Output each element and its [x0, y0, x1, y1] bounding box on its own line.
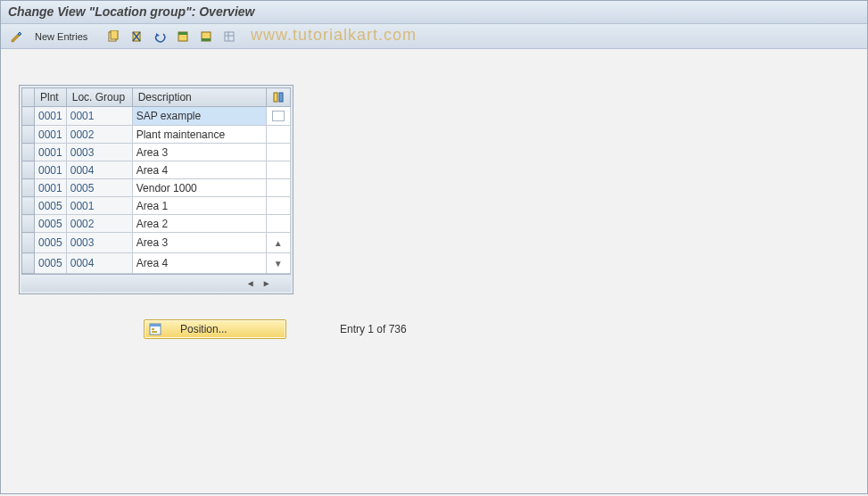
column-chooser-button[interactable]	[266, 88, 290, 107]
deselect-all-icon	[200, 30, 212, 43]
scroll-down-button[interactable]: ▼	[270, 255, 286, 271]
svg-rect-15	[150, 324, 161, 327]
select-all-rows-checkbox[interactable]	[272, 111, 285, 121]
scroll-track[interactable]	[266, 197, 290, 215]
cell-plnt[interactable]: 0005	[35, 197, 67, 215]
svg-rect-6	[178, 32, 187, 35]
col-plnt[interactable]: Plnt	[35, 88, 67, 107]
column-chooser-icon	[272, 91, 285, 103]
svg-rect-13	[279, 93, 283, 102]
cell-description[interactable]: Area 3	[132, 233, 266, 253]
scroll-track[interactable]	[266, 161, 290, 179]
cell-description[interactable]: Area 2	[132, 215, 266, 233]
cell-plnt[interactable]: 0001	[35, 161, 67, 179]
table-row: 00010003Area 3	[22, 144, 291, 161]
cell-locgroup[interactable]: 0003	[66, 233, 132, 253]
col-locgroup[interactable]: Loc. Group	[66, 88, 132, 107]
cell-locgroup[interactable]: 0005	[66, 179, 132, 197]
position-button[interactable]: Position...	[144, 319, 286, 339]
content-area: Plnt Loc. Group Description 00010001SAP …	[1, 49, 867, 339]
table-row: 00050004Area 4▼	[22, 253, 291, 274]
scroll-track[interactable]	[266, 107, 290, 126]
config-button[interactable]	[219, 28, 239, 45]
select-all-button[interactable]	[173, 28, 193, 45]
new-entries-label: New Entries	[35, 31, 87, 42]
table-row: 00010002Plant maintenance	[22, 126, 291, 144]
cell-plnt[interactable]: 0001	[35, 107, 67, 126]
new-entries-button[interactable]: New Entries	[29, 28, 93, 45]
cell-locgroup[interactable]: 0004	[66, 253, 132, 274]
svg-rect-17	[152, 331, 157, 333]
cell-locgroup[interactable]: 0002	[66, 215, 132, 233]
page-title: Change View "Location group": Overview	[1, 1, 867, 24]
grid-horizontal-scroll: ◄ ►	[21, 274, 291, 292]
position-button-label: Position...	[180, 323, 227, 335]
position-icon	[148, 322, 162, 336]
scroll-left-button[interactable]: ◄	[244, 277, 257, 290]
table-row: 00050001Area 1	[22, 197, 291, 215]
delete-button[interactable]	[127, 28, 146, 45]
select-all-icon	[177, 30, 189, 43]
cell-plnt[interactable]: 0001	[35, 126, 67, 144]
scroll-track[interactable]	[266, 126, 290, 144]
app-window: Change View "Location group": Overview N…	[0, 0, 868, 494]
cell-locgroup[interactable]: 0001	[66, 197, 132, 215]
cell-plnt[interactable]: 0001	[35, 179, 67, 197]
cell-description[interactable]: Area 3	[132, 144, 266, 161]
cell-plnt[interactable]: 0005	[35, 215, 67, 233]
undo-icon	[153, 30, 166, 43]
cell-description[interactable]: Plant maintenance	[132, 126, 266, 144]
row-selector[interactable]	[22, 215, 35, 233]
cell-description[interactable]: Area 4	[132, 253, 266, 274]
table-row: 00050002Area 2	[22, 215, 291, 233]
lower-bar: Position... Entry 1 of 736	[19, 319, 867, 339]
undo-button[interactable]	[150, 28, 169, 45]
row-selector[interactable]	[22, 126, 35, 144]
scroll-right-button[interactable]: ►	[260, 277, 273, 290]
scroll-up-button[interactable]: ▲	[270, 235, 286, 251]
toggle-edit-button[interactable]	[6, 28, 26, 45]
cell-locgroup[interactable]: 0002	[66, 126, 132, 144]
deselect-all-button[interactable]	[196, 28, 216, 45]
table-row: 00050003Area 3▲	[22, 233, 291, 253]
svg-rect-12	[274, 93, 277, 102]
data-grid: Plnt Loc. Group Description 00010001SAP …	[19, 85, 293, 294]
table-row: 00010005Vendor 1000	[22, 179, 291, 197]
svg-rect-1	[111, 30, 118, 39]
toolbar: New Entries www.tutorialkart.com	[1, 24, 867, 49]
copy-icon	[107, 30, 120, 43]
cell-description[interactable]: Area 1	[132, 197, 266, 215]
col-description[interactable]: Description	[132, 88, 266, 107]
svg-rect-16	[152, 328, 154, 330]
cell-locgroup[interactable]: 0004	[66, 161, 132, 179]
copy-button[interactable]	[103, 28, 123, 45]
watermark-text: www.tutorialkart.com	[251, 26, 417, 45]
cell-locgroup[interactable]: 0001	[66, 107, 132, 126]
svg-rect-9	[225, 32, 234, 41]
cell-description[interactable]: SAP example	[132, 107, 266, 126]
row-selector-header[interactable]	[22, 88, 35, 107]
scroll-track[interactable]: ▲	[266, 233, 290, 253]
cell-description[interactable]: Area 4	[132, 161, 266, 179]
row-selector[interactable]	[22, 179, 35, 197]
cell-locgroup[interactable]: 0003	[66, 144, 132, 161]
delete-icon	[130, 30, 143, 43]
row-selector[interactable]	[22, 253, 35, 274]
table-row: 00010004Area 4	[22, 161, 291, 179]
row-selector[interactable]	[22, 107, 35, 126]
cell-plnt[interactable]: 0001	[35, 144, 67, 161]
scroll-track[interactable]: ▼	[266, 253, 290, 274]
scroll-track[interactable]	[266, 179, 290, 197]
scroll-track[interactable]	[266, 144, 290, 161]
cell-plnt[interactable]: 0005	[35, 233, 67, 253]
table-row: 00010001SAP example	[22, 107, 291, 126]
table-config-icon	[223, 30, 236, 43]
svg-rect-8	[202, 38, 211, 41]
cell-plnt[interactable]: 0005	[35, 253, 67, 274]
scroll-track[interactable]	[266, 215, 290, 233]
row-selector[interactable]	[22, 197, 35, 215]
row-selector[interactable]	[22, 144, 35, 161]
row-selector[interactable]	[22, 161, 35, 179]
row-selector[interactable]	[22, 233, 35, 253]
cell-description[interactable]: Vendor 1000	[132, 179, 266, 197]
